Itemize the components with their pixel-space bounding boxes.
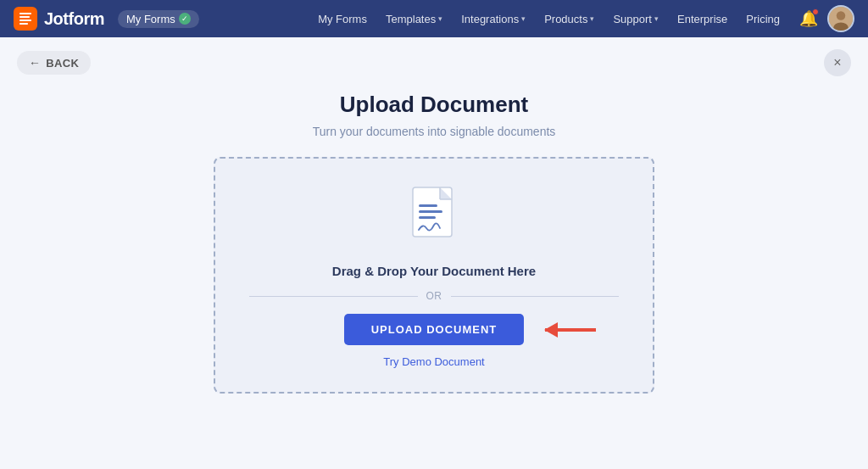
- nav-pricing[interactable]: Pricing: [737, 8, 788, 31]
- nav-integrations[interactable]: Integrations ▾: [453, 8, 534, 31]
- close-button[interactable]: ×: [824, 49, 851, 76]
- logo-text: Jotform: [44, 9, 104, 29]
- nav-my-forms[interactable]: My Forms: [309, 8, 376, 31]
- red-arrow-indicator: [545, 328, 596, 332]
- back-button[interactable]: ← BACK: [17, 51, 91, 75]
- drag-drop-text: Drag & Drop Your Document Here: [332, 264, 536, 278]
- user-avatar[interactable]: [827, 5, 854, 32]
- notifications-bell[interactable]: 🔔: [795, 5, 822, 32]
- svg-rect-0: [14, 7, 37, 31]
- upload-section: Upload Document Turn your documents into…: [214, 92, 654, 394]
- or-line-right: [451, 296, 620, 297]
- or-line-left: [249, 296, 418, 297]
- nav-support[interactable]: Support ▾: [604, 8, 667, 31]
- or-divider: OR: [249, 290, 619, 302]
- upload-subtitle: Turn your documents into signable docume…: [313, 125, 556, 138]
- try-demo-link[interactable]: Try Demo Document: [383, 355, 484, 368]
- nav-links: My Forms Templates ▾ Integrations ▾ Prod…: [309, 8, 788, 31]
- back-arrow-icon: ←: [29, 56, 41, 70]
- my-forms-pill[interactable]: My Forms ✓: [118, 10, 199, 28]
- jotform-logo-icon: [14, 7, 37, 31]
- document-icon: [408, 186, 460, 250]
- main-content: ← BACK × Upload Document Turn your docum…: [0, 37, 868, 469]
- avatar-image: [829, 7, 853, 31]
- my-forms-pill-label: My Forms: [126, 13, 175, 25]
- top-bar: ← BACK ×: [0, 37, 868, 88]
- integrations-chevron-icon: ▾: [521, 14, 526, 23]
- or-text: OR: [426, 290, 442, 302]
- notification-dot: [812, 8, 819, 15]
- svg-point-2: [837, 11, 846, 20]
- nav-enterprise[interactable]: Enterprise: [669, 8, 736, 31]
- close-icon: ×: [833, 55, 841, 70]
- svg-rect-9: [419, 216, 436, 219]
- upload-document-button[interactable]: UPLOAD DOCUMENT: [344, 314, 525, 345]
- products-chevron-icon: ▾: [590, 14, 594, 23]
- support-chevron-icon: ▾: [654, 14, 659, 23]
- templates-chevron-icon: ▾: [438, 14, 442, 23]
- upload-title: Upload Document: [340, 92, 528, 118]
- verified-badge-icon: ✓: [179, 13, 191, 25]
- svg-rect-8: [419, 210, 442, 213]
- nav-templates[interactable]: Templates ▾: [377, 8, 451, 31]
- navbar: Jotform My Forms ✓ My Forms Templates ▾ …: [0, 0, 868, 37]
- upload-btn-row: UPLOAD DOCUMENT: [344, 314, 525, 345]
- logo[interactable]: Jotform: [14, 7, 104, 31]
- back-label: BACK: [46, 57, 79, 70]
- svg-rect-7: [419, 204, 437, 207]
- drop-zone[interactable]: Drag & Drop Your Document Here OR UPLOAD…: [214, 157, 654, 394]
- nav-right: 🔔: [795, 5, 854, 32]
- nav-products[interactable]: Products ▾: [536, 8, 603, 31]
